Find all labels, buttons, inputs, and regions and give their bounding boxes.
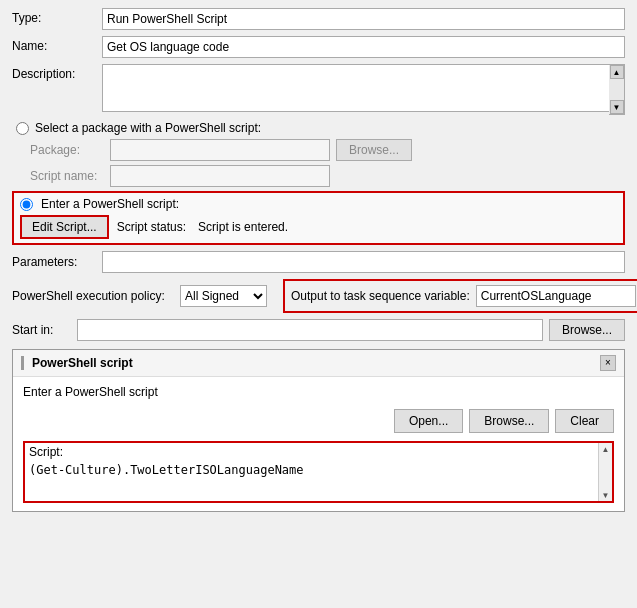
ps-browse-btn[interactable]: Browse...	[469, 409, 549, 433]
script-name-label: Script name:	[30, 169, 110, 183]
script-content[interactable]: (Get-Culture).TwoLetterISOLanguageName	[25, 461, 612, 501]
description-input[interactable]	[102, 64, 625, 112]
ps-open-btn[interactable]: Open...	[394, 409, 463, 433]
package-input	[110, 139, 330, 161]
policy-output-row: PowerShell execution policy: All Signed …	[12, 279, 625, 313]
type-label: Type:	[12, 8, 102, 25]
enter-ps-label: Enter a PowerShell script:	[41, 197, 179, 211]
script-name-row: Script name:	[12, 165, 625, 187]
start-in-label: Start in:	[12, 323, 77, 337]
script-scroll-up[interactable]: ▲	[600, 443, 612, 455]
enter-ps-row: Enter a PowerShell script:	[20, 197, 617, 211]
start-in-browse-btn[interactable]: Browse...	[549, 319, 625, 341]
parameters-input[interactable]	[102, 251, 625, 273]
package-label: Package:	[30, 143, 110, 157]
start-in-row: Start in: Browse...	[12, 319, 625, 341]
script-status-value: Script is entered.	[198, 220, 288, 234]
ps-clear-btn[interactable]: Clear	[555, 409, 614, 433]
parameters-label: Parameters:	[12, 255, 102, 269]
select-package-radio[interactable]	[16, 122, 29, 135]
type-row: Type:	[12, 8, 625, 30]
scroll-down-arrow[interactable]: ▼	[610, 100, 624, 114]
enter-ps-section: Enter a PowerShell script: Edit Script..…	[12, 191, 625, 245]
script-area-label: Script:	[25, 443, 612, 461]
type-input[interactable]	[102, 8, 625, 30]
panel-divider	[21, 356, 24, 370]
select-package-radio-row[interactable]: Select a package with a PowerShell scrip…	[12, 121, 625, 135]
ps-panel-body: Enter a PowerShell script Open... Browse…	[13, 377, 624, 511]
ps-panel: PowerShell script × Enter a PowerShell s…	[12, 349, 625, 512]
script-scroll-down[interactable]: ▼	[600, 489, 612, 501]
ps-toolbar: Open... Browse... Clear	[23, 409, 614, 433]
start-in-input[interactable]	[77, 319, 543, 341]
ps-panel-title: PowerShell script	[32, 356, 133, 370]
output-var-label: Output to task sequence variable:	[291, 289, 470, 303]
parameters-row: Parameters:	[12, 251, 625, 273]
description-row: Description: ▲ ▼	[12, 64, 625, 115]
edit-script-btn[interactable]: Edit Script...	[20, 215, 109, 239]
description-wrapper: ▲ ▼	[102, 64, 625, 115]
enter-ps-radio[interactable]	[20, 198, 33, 211]
ps-panel-subtitle: Enter a PowerShell script	[23, 385, 614, 399]
description-label: Description:	[12, 64, 102, 81]
script-area: Script: (Get-Culture).TwoLetterISOLangua…	[23, 441, 614, 503]
scroll-up-arrow[interactable]: ▲	[610, 65, 624, 79]
policy-label: PowerShell execution policy:	[12, 289, 172, 303]
ps-close-btn[interactable]: ×	[600, 355, 616, 371]
ps-panel-header: PowerShell script ×	[13, 350, 624, 377]
name-row: Name:	[12, 36, 625, 58]
output-var-input[interactable]	[476, 285, 636, 307]
policy-select[interactable]: All Signed Bypass Restricted Undefined U…	[180, 285, 267, 307]
script-name-input	[110, 165, 330, 187]
name-label: Name:	[12, 36, 102, 53]
output-var-section: Output to task sequence variable:	[283, 279, 637, 313]
package-row: Package: Browse...	[12, 139, 625, 161]
script-status-label: Script status:	[117, 220, 186, 234]
package-browse-btn: Browse...	[336, 139, 412, 161]
description-scrollbar[interactable]: ▲ ▼	[609, 64, 625, 115]
select-package-label: Select a package with a PowerShell scrip…	[35, 121, 261, 135]
script-scrollbar[interactable]: ▲ ▼	[598, 443, 612, 501]
name-input[interactable]	[102, 36, 625, 58]
